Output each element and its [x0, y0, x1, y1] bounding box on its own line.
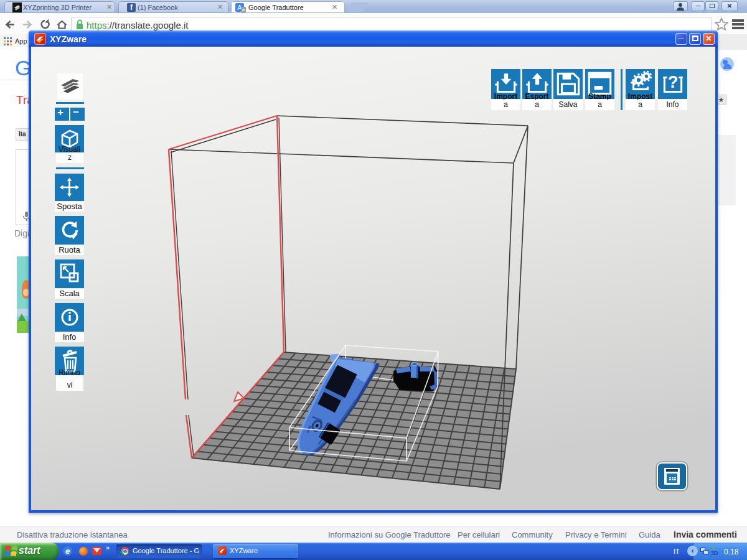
svg-text:?: ? [668, 72, 679, 91]
